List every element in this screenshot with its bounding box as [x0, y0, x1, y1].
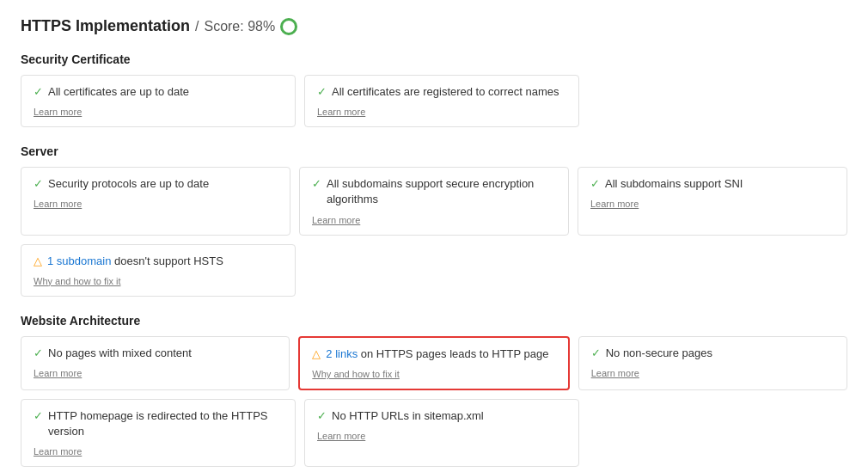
- card-server-0-0: ✓Security protocols are up to dateLearn …: [21, 167, 290, 235]
- learn-more-link[interactable]: Why and how to fix it: [34, 276, 121, 286]
- card-text: Security protocols are up to date: [48, 176, 209, 192]
- cards-row-website-architecture-0: ✓No pages with mixed contentLearn more△2…: [21, 336, 847, 390]
- check-icon: ✓: [317, 85, 327, 98]
- section-title-website-architecture: Website Architecture: [21, 314, 847, 328]
- warn-icon: △: [34, 254, 42, 267]
- card-text: All certificates are registered to corre…: [332, 84, 559, 100]
- check-icon: ✓: [34, 177, 43, 190]
- card-text: HTTP homepage is redirected to the HTTPS…: [48, 408, 283, 439]
- learn-more-link[interactable]: Learn more: [317, 107, 365, 117]
- card-server-0-2: ✓All subdomains support SNILearn more: [578, 167, 847, 235]
- card-website-architecture-0-0: ✓No pages with mixed contentLearn more: [21, 336, 290, 390]
- warn-icon: △: [312, 347, 321, 360]
- card-website-architecture-0-1: △2 links on HTTPS pages leads to HTTP pa…: [298, 336, 569, 390]
- card-text: All certificates are up to date: [48, 84, 189, 100]
- page-header: HTTPS Implementation / Score: 98%: [21, 17, 847, 35]
- check-icon: ✓: [34, 346, 43, 359]
- learn-more-link[interactable]: Learn more: [34, 199, 82, 209]
- card-link[interactable]: 1 subdomain: [47, 254, 111, 267]
- card-text: No pages with mixed content: [48, 346, 192, 361]
- learn-more-link[interactable]: Learn more: [312, 215, 360, 225]
- card-security-certificate-0-0: ✓All certificates are up to dateLearn mo…: [21, 75, 296, 127]
- score-label: Score: 98%: [204, 19, 275, 34]
- score-separator: /: [195, 19, 199, 34]
- card-text: No HTTP URLs in sitemap.xml: [332, 408, 484, 424]
- card-text: 2 links on HTTPS pages leads to HTTP pag…: [326, 346, 548, 362]
- card-website-architecture-0-2: ✓No non-secure pagesLearn more: [578, 336, 847, 390]
- section-server: Server✓Security protocols are up to date…: [21, 144, 847, 297]
- card-text: All subdomains support secure encryption…: [327, 176, 556, 207]
- cards-row-security-certificate-0: ✓All certificates are up to dateLearn mo…: [21, 75, 847, 127]
- check-icon: ✓: [317, 409, 327, 422]
- card-security-certificate-0-1: ✓All certificates are registered to corr…: [304, 75, 579, 127]
- card-text: No non-secure pages: [606, 346, 712, 361]
- learn-more-link[interactable]: Learn more: [34, 446, 82, 457]
- learn-more-link[interactable]: Learn more: [317, 431, 365, 441]
- learn-more-link[interactable]: Learn more: [34, 107, 82, 117]
- card-server-0-1: ✓All subdomains support secure encryptio…: [299, 167, 569, 235]
- check-icon: ✓: [590, 177, 600, 190]
- learn-more-link[interactable]: Learn more: [590, 199, 639, 209]
- section-security-certificate: Security Certificate✓All certificates ar…: [21, 52, 847, 127]
- section-title-security-certificate: Security Certificate: [21, 52, 847, 66]
- section-title-server: Server: [21, 144, 847, 158]
- sections-container: Security Certificate✓All certificates ar…: [21, 52, 847, 467]
- learn-more-link[interactable]: Learn more: [591, 368, 639, 378]
- card-text: All subdomains support SNI: [605, 176, 743, 192]
- check-icon: ✓: [34, 85, 43, 98]
- page-title: HTTPS Implementation: [21, 17, 190, 35]
- cards-row-server-0: ✓Security protocols are up to dateLearn …: [21, 167, 847, 235]
- check-icon: ✓: [312, 177, 321, 190]
- card-server-1-0: △1 subdomain doesn't support HSTSWhy and…: [21, 244, 296, 297]
- learn-more-link[interactable]: Why and how to fix it: [312, 369, 400, 379]
- cards-row-website-architecture-1: ✓HTTP homepage is redirected to the HTTP…: [21, 399, 847, 467]
- learn-more-link[interactable]: Learn more: [34, 368, 82, 378]
- check-icon: ✓: [34, 409, 43, 422]
- check-icon: ✓: [591, 346, 601, 359]
- card-link[interactable]: 2 links: [326, 347, 358, 360]
- score-icon: [280, 18, 297, 35]
- card-website-architecture-1-1: ✓No HTTP URLs in sitemap.xmlLearn more: [304, 399, 579, 467]
- cards-row-server-1: △1 subdomain doesn't support HSTSWhy and…: [21, 244, 847, 297]
- card-website-architecture-1-0: ✓HTTP homepage is redirected to the HTTP…: [21, 399, 296, 467]
- card-text: 1 subdomain doesn't support HSTS: [47, 254, 223, 269]
- section-website-architecture: Website Architecture✓No pages with mixed…: [21, 314, 847, 468]
